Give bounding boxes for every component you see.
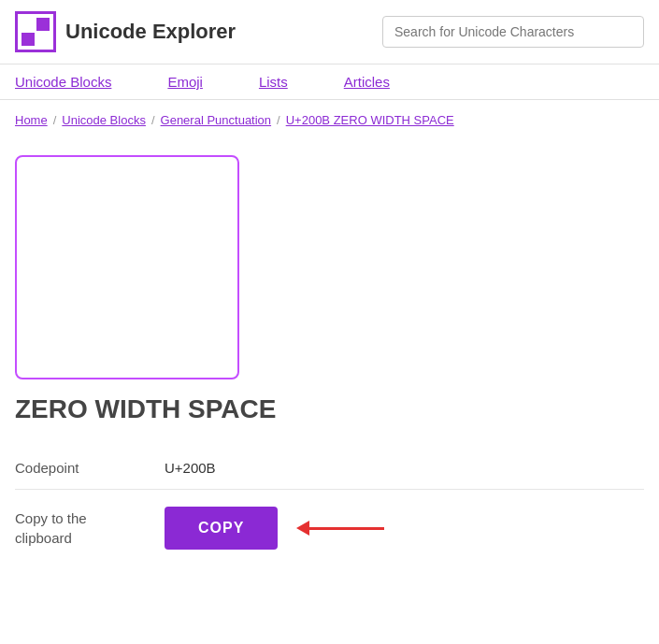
breadcrumb-unicode-blocks[interactable]: Unicode Blocks <box>62 113 146 127</box>
breadcrumb-sep-3: / <box>277 113 280 127</box>
header: Unicode Explorer <box>0 0 659 64</box>
breadcrumb-general-punctuation[interactable]: General Punctuation <box>161 113 272 127</box>
copy-row-content: COPY <box>165 507 644 550</box>
breadcrumb-sep-1: / <box>53 113 57 127</box>
arrow-head <box>296 521 309 536</box>
breadcrumb-sep-2: / <box>151 113 155 127</box>
character-name: ZERO WIDTH SPACE <box>15 394 644 424</box>
arrow-line <box>309 527 384 530</box>
nav-unicode-blocks[interactable]: Unicode Blocks <box>15 74 139 90</box>
breadcrumb: Home / Unicode Blocks / General Punctuat… <box>0 100 659 140</box>
arrow <box>296 521 384 536</box>
copy-button[interactable]: COPY <box>165 507 278 550</box>
copy-label: Copy to theclipboard <box>15 510 87 546</box>
copy-label-cell: Copy to theclipboard <box>15 490 165 567</box>
nav-articles[interactable]: Articles <box>316 74 418 90</box>
codepoint-label: Codepoint <box>15 447 165 490</box>
copy-row: Copy to theclipboard COPY <box>15 490 644 567</box>
logo-area: Unicode Explorer <box>15 11 236 52</box>
search-input[interactable] <box>382 16 644 48</box>
arrow-indicator <box>296 521 384 536</box>
main-nav: Unicode Blocks Emoji Lists Articles <box>0 64 659 100</box>
character-info-table: Codepoint U+200B Copy to theclipboard CO… <box>15 447 644 566</box>
nav-lists[interactable]: Lists <box>231 74 316 90</box>
character-display-box: ​ <box>15 155 239 379</box>
main-content: ​ ZERO WIDTH SPACE Codepoint U+200B Copy… <box>0 140 659 589</box>
nav-emoji[interactable]: Emoji <box>139 74 231 90</box>
codepoint-value: U+200B <box>165 447 644 490</box>
codepoint-row: Codepoint U+200B <box>15 447 644 490</box>
copy-action-cell: COPY <box>165 490 644 567</box>
site-title: Unicode Explorer <box>65 20 236 44</box>
breadcrumb-home[interactable]: Home <box>15 113 48 127</box>
logo-icon <box>15 11 56 52</box>
breadcrumb-current[interactable]: U+200B ZERO WIDTH SPACE <box>286 113 454 127</box>
